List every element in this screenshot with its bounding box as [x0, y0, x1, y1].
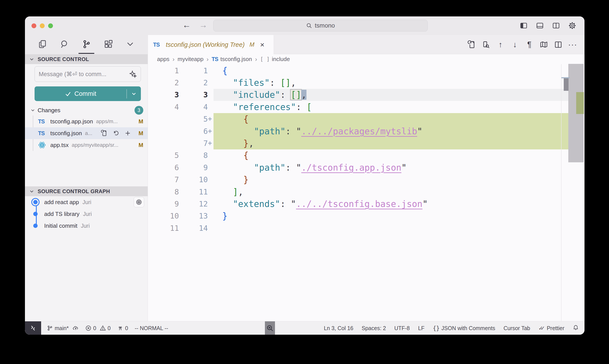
commit-dot-icon — [33, 223, 38, 228]
code-editor[interactable]: 1 1 { 2 2 "files": [], 3 3 "include": []… — [148, 64, 584, 321]
original-line-number: 4 — [148, 103, 181, 111]
code-line-content[interactable]: "path": "../../packages/mytslib" — [213, 125, 568, 137]
breadcrumb-item[interactable]: myviteapp — [178, 56, 204, 63]
source-control-section-header[interactable]: SOURCE CONTROL — [25, 54, 148, 64]
layout-sidebar-left-icon[interactable] — [518, 20, 529, 31]
minimize-window-button[interactable] — [40, 23, 45, 28]
code-line-content[interactable]: } — [213, 210, 568, 222]
breadcrumb: apps›myviteapp›TStsconfig.json›[ ]includ… — [148, 54, 584, 64]
code-line-content[interactable]: { — [213, 113, 568, 125]
original-line-number: 6 — [148, 163, 181, 172]
stage-icon[interactable] — [124, 130, 131, 137]
compare-icon[interactable] — [480, 39, 492, 50]
remote-indicator[interactable] — [25, 321, 41, 335]
code-line-content[interactable]: "references": [ — [213, 101, 568, 113]
code-line-content[interactable]: { — [213, 65, 568, 77]
modified-line-number: 8 — [181, 151, 208, 160]
status-item-ln-3-col-16[interactable]: Ln 3, Col 16 — [324, 325, 353, 331]
map-icon[interactable] — [538, 39, 549, 50]
code-line-content[interactable]: } — [213, 174, 568, 186]
source-control-graph-section-header[interactable]: SOURCE CONTROL GRAPH — [25, 186, 148, 196]
code-line-content[interactable]: { — [213, 149, 568, 161]
navigate-forward-button[interactable]: → — [199, 20, 207, 30]
remote-icon — [30, 325, 36, 331]
status-item-prettier[interactable]: ✓✓Prettier — [539, 325, 565, 331]
commit-row[interactable]: add react app Juri — [25, 196, 148, 208]
commit-button[interactable]: Commit — [35, 86, 141, 101]
status-item-spaces-2[interactable]: Spaces: 2 — [362, 325, 386, 331]
activity-item-search[interactable] — [58, 38, 71, 51]
activity-item-extensions[interactable] — [102, 38, 115, 51]
changed-file-row[interactable]: TS tsconfig.json a... M — [25, 127, 148, 139]
code-line-content[interactable]: ], — [213, 186, 568, 198]
status-item-cursor-tab[interactable]: Cursor Tab — [504, 325, 530, 331]
discard-icon[interactable] — [112, 130, 120, 137]
tab-close-icon[interactable]: × — [260, 41, 264, 48]
code-line-content[interactable]: }, — [213, 137, 568, 149]
activity-item-more-views[interactable] — [124, 38, 137, 51]
modified-line-number: 2 — [181, 78, 208, 87]
changed-file-row[interactable]: app.tsx apps/myviteapp/sr... M — [25, 139, 148, 151]
status-bar: main* 0 0 0 -- NORMAL -- Ln 3, Col 16Spa… — [25, 321, 584, 335]
commit-dropdown-button[interactable] — [127, 91, 141, 97]
status-item-json-with-comments[interactable]: {}JSON with Comments — [433, 325, 495, 331]
sidebar: SOURCE CONTROL Message (⌘⏎ to comm... Co… — [25, 35, 148, 321]
error-icon — [85, 325, 91, 331]
code-line-content[interactable]: "path": "./tsconfig.app.json" — [213, 161, 568, 173]
layout-sidebar-right-icon[interactable] — [551, 20, 561, 31]
commit-row[interactable]: add TS library Juri — [25, 208, 148, 220]
tab-tsconfig-working-tree[interactable]: TS tsconfig.json (Working Tree) M × — [148, 35, 274, 54]
overview-selection-marker — [564, 78, 569, 91]
vim-mode-status[interactable]: -- NORMAL -- — [135, 325, 168, 331]
zoom-indicator[interactable] — [265, 321, 275, 335]
code-line: 4 4 "references": [ — [148, 101, 584, 113]
modified-line-number: 5+ — [181, 115, 208, 123]
layout-panel-bottom-icon[interactable] — [535, 20, 545, 31]
status-item-bell[interactable] — [573, 325, 579, 332]
file-path: apps/myviteapp/sr... — [72, 142, 118, 148]
zoom-window-button[interactable] — [48, 23, 53, 28]
source-control-icon — [82, 39, 91, 50]
whitespace-icon[interactable]: ¶ — [524, 39, 535, 50]
modified-line-number: 10 — [181, 175, 208, 184]
breadcrumb-item[interactable]: [ ]include — [260, 56, 290, 63]
command-center-search[interactable]: tsmono — [213, 20, 428, 31]
goto-target-button[interactable] — [134, 197, 144, 207]
open-changes-icon[interactable] — [466, 39, 477, 50]
modified-line-number: 13 — [181, 211, 208, 220]
code-line: 10 13 } — [148, 210, 584, 222]
changed-file-row[interactable]: TS tsconfig.app.json apps/m... M — [25, 116, 148, 127]
file-name: app.tsx — [50, 142, 69, 149]
commit-row[interactable]: Initial commit Juri — [25, 220, 148, 232]
code-line-content[interactable]: "extends": "../../tsconfig.base.json" — [213, 198, 568, 210]
status-item-lf[interactable]: LF — [418, 325, 424, 331]
explorer-icon — [38, 39, 48, 50]
activity-item-source-control[interactable] — [80, 38, 93, 51]
problems-status[interactable]: 0 0 — [85, 325, 111, 331]
commit-message-input[interactable]: Message (⌘⏎ to comm... — [35, 66, 141, 82]
next-change-icon[interactable]: ↓ — [509, 39, 521, 50]
more-actions-icon[interactable]: ··· — [567, 39, 578, 50]
file-name: tsconfig.json — [50, 130, 82, 137]
react-file-icon — [38, 141, 47, 149]
navigate-back-button[interactable]: ← — [182, 20, 191, 30]
breadcrumb-item[interactable]: TStsconfig.json — [212, 56, 252, 63]
status-item-utf-8[interactable]: UTF-8 — [394, 325, 410, 331]
editor-toolbar: ↑↓¶··· — [466, 35, 584, 54]
close-window-button[interactable] — [31, 23, 36, 28]
git-status-badge: M — [139, 118, 143, 125]
double-check-icon: ✓✓ — [539, 325, 545, 331]
sparkle-icon[interactable] — [129, 70, 137, 78]
split-editor-icon[interactable] — [553, 39, 564, 50]
code-line-content[interactable]: "include": [], — [213, 89, 568, 101]
changes-section-header[interactable]: Changes 3 — [25, 105, 148, 116]
previous-change-icon[interactable]: ↑ — [495, 39, 506, 50]
branch-status[interactable]: main* — [47, 325, 79, 331]
settings-gear-icon[interactable] — [567, 20, 578, 31]
activity-item-explorer[interactable] — [36, 38, 49, 51]
code-line-content[interactable]: "files": [], — [213, 77, 568, 89]
open-file-icon[interactable] — [100, 130, 108, 137]
ports-status[interactable]: 0 — [117, 325, 128, 331]
breadcrumb-item[interactable]: apps — [157, 56, 169, 63]
code-line-content[interactable] — [213, 222, 568, 234]
